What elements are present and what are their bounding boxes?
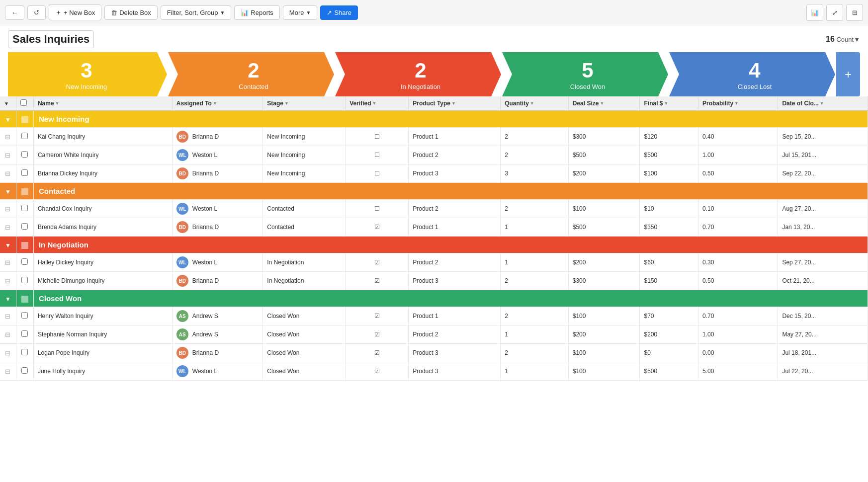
verified-cell[interactable]: ☑ [346,253,409,272]
group-header-contacted[interactable]: ▼ Contacted [0,183,868,200]
col-checkbox[interactable] [16,96,33,111]
row-handle-cell[interactable]: ⊟ [0,307,16,325]
row-checkbox-cell[interactable] [16,146,33,164]
col-name[interactable]: Name ▼ [33,96,172,111]
verified-cell[interactable]: ☐ [346,146,409,164]
col-deal-size[interactable]: Deal Size ▼ [568,96,640,111]
share-button[interactable]: ↗ Share [320,5,358,20]
verified-cell[interactable]: ☑ [346,272,409,290]
row-handle-cell[interactable]: ⊟ [0,344,16,362]
col-quantity[interactable]: Quantity ▼ [501,96,569,111]
col-stage[interactable]: Stage ▼ [263,96,346,111]
row-name-cell[interactable]: Brenda Adams Inquiry [33,218,172,237]
group-header-closed_won[interactable]: ▼ Closed Won [0,290,868,307]
row-checkbox-cell[interactable] [16,344,33,362]
row-name-cell[interactable]: June Holly Inquiry [33,362,172,381]
verified-cell[interactable]: ☑ [346,307,409,325]
verified-cell[interactable]: ☐ [346,164,409,183]
quantity-col-filter[interactable]: Quantity ▼ [505,100,534,107]
chart-view-button[interactable]: 📊 [806,4,823,21]
group-collapse-cell[interactable]: ▼ [0,183,16,200]
row-handle-cell[interactable]: ⊟ [0,164,16,183]
row-handle-cell[interactable]: ⊟ [0,146,16,164]
row-checkbox[interactable] [21,205,28,211]
row-name-cell[interactable]: Cameron White Inquiry [33,146,172,164]
col-probability[interactable]: Probability ▼ [698,96,778,111]
group-collapse-cell[interactable]: ▼ [0,111,16,128]
expand-view-button[interactable]: ⤢ [826,4,843,21]
verified-cell[interactable]: ☑ [346,325,409,344]
reports-button[interactable]: 📊 Reports [234,5,280,20]
stage-col-filter[interactable]: Stage ▼ [267,100,289,107]
row-checkbox[interactable] [21,133,28,139]
row-checkbox[interactable] [21,169,28,176]
row-checkbox-cell[interactable] [16,253,33,272]
row-checkbox[interactable] [21,349,28,355]
row-handle-cell[interactable]: ⊟ [0,253,16,272]
group-check-cell[interactable] [16,237,33,253]
row-checkbox[interactable] [21,151,28,158]
verified-cell[interactable]: ☐ [346,200,409,218]
verified-cell[interactable]: ☑ [346,218,409,237]
filter-sort-group-button[interactable]: Filter, Sort, Group ▼ [161,5,232,20]
delete-box-button[interactable]: 🗑 Delete Box [104,5,158,20]
pipeline-stage-closed-won[interactable]: 5 Closed Won [502,52,668,96]
col-verified[interactable]: Verified ▼ [346,96,409,111]
pipeline-stage-closed-lost[interactable]: 4 Closed Lost [669,52,835,96]
row-checkbox-cell[interactable] [16,164,33,183]
row-checkbox-cell[interactable] [16,272,33,290]
row-checkbox-cell[interactable] [16,325,33,344]
pipeline-stage-in-negotiation[interactable]: 2 In Negotiation [335,52,501,96]
row-name-cell[interactable]: Brianna Dickey Inquiry [33,164,172,183]
product-type-col-filter[interactable]: Product Type ▼ [413,100,456,107]
col-assigned-to[interactable]: Assigned To ▼ [172,96,263,111]
col-product-type[interactable]: Product Type ▼ [409,96,501,111]
pipeline-stage-new-incoming[interactable]: 3 New Incoming [8,52,167,96]
row-handle-cell[interactable]: ⊟ [0,362,16,381]
row-name-cell[interactable]: Logan Pope Inquiry [33,344,172,362]
back-button[interactable]: ← [5,5,24,20]
row-handle-cell[interactable]: ⊟ [0,325,16,344]
verified-cell[interactable]: ☑ [346,362,409,381]
probability-col-filter[interactable]: Probability ▼ [702,100,739,107]
group-collapse-cell[interactable]: ▼ [0,290,16,307]
row-checkbox[interactable] [21,277,28,283]
group-check-cell[interactable] [16,111,33,128]
group-collapse-cell[interactable]: ▼ [0,237,16,253]
date-col-filter[interactable]: Date of Clo... ▼ [782,100,824,107]
refresh-button[interactable]: ↺ [27,5,46,20]
row-name-cell[interactable]: Henry Walton Inquiry [33,307,172,325]
deal-size-col-filter[interactable]: Deal Size ▼ [573,100,605,107]
more-button[interactable]: More ▼ [283,5,318,20]
row-name-cell[interactable]: Stephanie Norman Inquiry [33,325,172,344]
group-header-in_negotiation[interactable]: ▼ In Negotiation [0,237,868,253]
row-checkbox[interactable] [21,330,28,337]
row-handle-cell[interactable]: ⊟ [0,218,16,237]
row-checkbox-cell[interactable] [16,128,33,146]
row-handle-cell[interactable]: ⊟ [0,272,16,290]
row-checkbox-cell[interactable] [16,200,33,218]
row-handle-cell[interactable]: ⊟ [0,128,16,146]
row-checkbox[interactable] [21,312,28,319]
verified-cell[interactable]: ☐ [346,128,409,146]
verified-col-filter[interactable]: Verified ▼ [349,100,376,107]
assigned-col-filter[interactable]: Assigned To ▼ [176,100,217,107]
row-checkbox-cell[interactable] [16,307,33,325]
row-checkbox-cell[interactable] [16,362,33,381]
name-col-filter[interactable]: Name ▼ [38,100,60,107]
row-name-cell[interactable]: Michelle Dimungo Inquiry [33,272,172,290]
layout-view-button[interactable]: ⊟ [846,4,863,21]
pipeline-stage-contacted[interactable]: 2 Contacted [168,52,334,96]
new-box-button[interactable]: ＋ + New Box [49,4,101,20]
col-date-of-close[interactable]: Date of Clo... ▼ [778,96,868,111]
final-dollar-col-filter[interactable]: Final $ ▼ [644,100,668,107]
row-checkbox[interactable] [21,367,28,374]
row-handle-cell[interactable]: ⊟ [0,200,16,218]
col-final-dollar[interactable]: Final $ ▼ [640,96,698,111]
row-checkbox-cell[interactable] [16,218,33,237]
row-name-cell[interactable]: Chandal Cox Inquiry [33,200,172,218]
add-stage-button[interactable]: + [836,52,860,96]
verified-cell[interactable]: ☑ [346,344,409,362]
row-name-cell[interactable]: Halley Dickey Inquiry [33,253,172,272]
row-checkbox[interactable] [21,223,28,230]
